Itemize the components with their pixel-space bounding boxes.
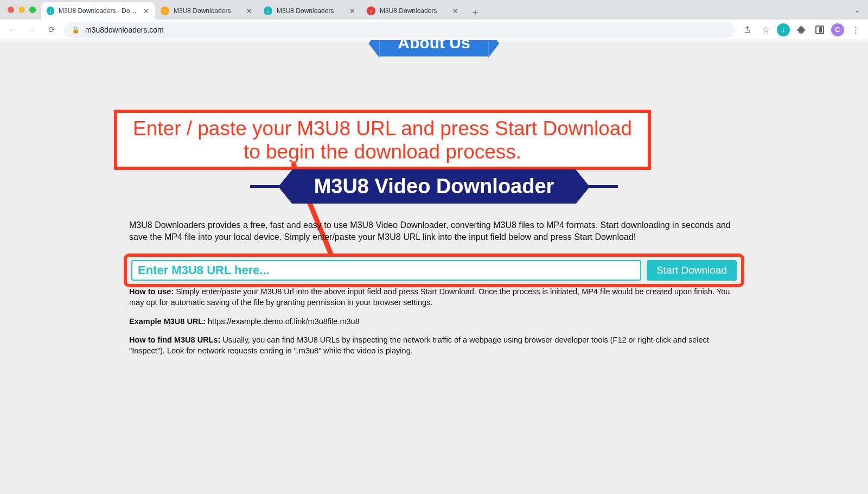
- tab-2[interactable]: ↓ M3U8 Downloaders ✕: [258, 2, 361, 20]
- m3u8-url-input[interactable]: [131, 260, 641, 281]
- example-url-text: https://example.demo.of.link/m3u8file.m3…: [206, 317, 360, 326]
- lock-icon: 🔒: [72, 26, 80, 34]
- extensions-icon[interactable]: [794, 23, 808, 37]
- intro-paragraph: M3U8 Downloaders provides a free, fast a…: [129, 219, 739, 243]
- how-to-find-label: How to find M3U8 URLs:: [129, 335, 220, 344]
- window-close-icon[interactable]: [8, 7, 14, 13]
- side-panel-icon[interactable]: [813, 23, 827, 37]
- help-section: How to use: Simply enter/paste your M3U8…: [129, 286, 739, 364]
- tab-title: M3U8 Downloaders: [380, 7, 447, 15]
- url-text: m3u8downloaders.com: [85, 26, 164, 34]
- new-tab-button[interactable]: ＋: [468, 4, 483, 20]
- input-highlight-box: Start Download: [124, 254, 744, 287]
- extension-download-icon[interactable]: ↓: [777, 23, 790, 36]
- forward-icon[interactable]: →: [25, 23, 39, 37]
- tab-title: M3U8 Downloaders: [174, 7, 241, 15]
- close-icon[interactable]: ✕: [348, 7, 356, 15]
- back-icon[interactable]: ←: [5, 23, 20, 37]
- close-icon[interactable]: ✕: [245, 7, 253, 15]
- tab-title: M3U8 Downloaders: [277, 7, 344, 15]
- start-download-button[interactable]: Start Download: [647, 260, 737, 281]
- browser-chrome: ↓ M3U8 Downloaders - Downlo… ✕ ↓ M3U8 Do…: [0, 0, 868, 40]
- share-icon[interactable]: [740, 23, 754, 37]
- close-icon[interactable]: ✕: [143, 7, 150, 15]
- how-to-use-label: How to use:: [129, 287, 174, 296]
- page-body: Enter / paste your M3U8 URL and press St…: [0, 40, 868, 494]
- how-to-use-text: Simply enter/paste your M3U8 Url into th…: [129, 287, 730, 307]
- tab-strip: ↓ M3U8 Downloaders - Downlo… ✕ ↓ M3U8 Do…: [0, 0, 868, 20]
- bookmark-icon[interactable]: ☆: [758, 23, 773, 37]
- page-heading-row: M3U8 Video Downloader: [114, 169, 754, 204]
- reload-icon[interactable]: ⟳: [44, 23, 59, 37]
- tab-title: M3U8 Downloaders - Downlo…: [59, 7, 139, 15]
- tab-3[interactable]: ↓ M3U8 Downloaders ✕: [361, 2, 464, 20]
- tab-overflow-icon[interactable]: ⌄: [852, 4, 863, 15]
- profile-avatar[interactable]: C: [831, 23, 844, 36]
- download-icon: ↓: [47, 7, 54, 15]
- kebab-menu-icon[interactable]: ⋮: [848, 23, 863, 37]
- annotation-text: Enter / paste your M3U8 URL and press St…: [133, 117, 632, 163]
- page-title: M3U8 Video Downloader: [292, 169, 576, 204]
- tab-1[interactable]: ↓ M3U8 Downloaders ✕: [155, 2, 258, 20]
- toolbar-right: ☆ ↓ C ⋮: [740, 23, 863, 37]
- address-bar[interactable]: 🔒 m3u8downloaders.com: [64, 22, 735, 38]
- example-url-label: Example M3U8 URL:: [129, 317, 206, 326]
- window-minimize-icon[interactable]: [18, 7, 25, 13]
- close-icon[interactable]: ✕: [451, 7, 459, 15]
- browser-toolbar: ← → ⟳ 🔒 m3u8downloaders.com ☆ ↓ C ⋮: [0, 20, 868, 40]
- window-controls: [4, 0, 41, 20]
- download-icon: ↓: [264, 7, 272, 15]
- download-icon: ↓: [161, 7, 169, 15]
- annotation-callout: Enter / paste your M3U8 URL and press St…: [114, 110, 651, 170]
- about-us-heading: About Us: [379, 40, 488, 56]
- download-icon: ↓: [367, 7, 375, 15]
- window-zoom-icon[interactable]: [29, 7, 36, 13]
- tab-0[interactable]: ↓ M3U8 Downloaders - Downlo… ✕: [41, 2, 155, 20]
